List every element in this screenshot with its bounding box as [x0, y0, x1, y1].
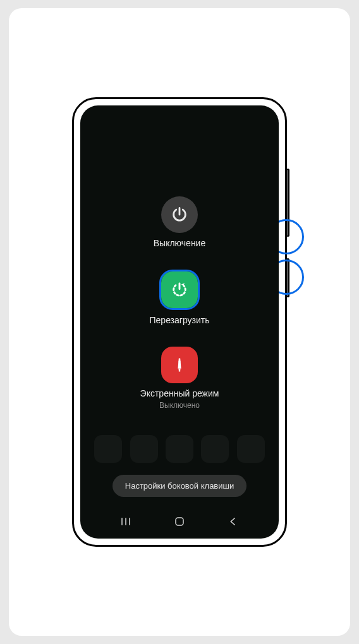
power-off-icon — [161, 196, 198, 233]
side-key-settings-button[interactable]: Настройки боковой клавиши — [113, 475, 246, 497]
restart-icon — [161, 271, 198, 308]
navigation-bar — [80, 510, 279, 539]
card-container: Выключение Перезагрузить — [9, 8, 350, 636]
restart-highlight — [159, 270, 200, 310]
restart-label: Перезагрузить — [150, 315, 210, 325]
recents-button[interactable] — [113, 516, 138, 527]
home-button[interactable] — [167, 516, 192, 527]
power-menu: Выключение Перезагрузить — [80, 105, 279, 475]
emergency-icon — [161, 347, 198, 383]
svg-rect-1 — [179, 368, 181, 370]
background-app-row — [80, 435, 279, 473]
emergency-option[interactable]: Экстренный режим Выключено — [140, 347, 219, 410]
phone-frame: Выключение Перезагрузить — [72, 97, 287, 547]
svg-rect-0 — [179, 361, 181, 367]
emergency-sublabel: Выключено — [159, 401, 200, 410]
power-off-option[interactable]: Выключение — [154, 196, 205, 248]
svg-rect-5 — [176, 518, 183, 525]
power-off-label: Выключение — [154, 238, 205, 248]
restart-option[interactable]: Перезагрузить — [150, 270, 210, 325]
emergency-label: Экстренный режим — [140, 388, 219, 398]
phone-screen: Выключение Перезагрузить — [80, 105, 279, 539]
back-button[interactable] — [221, 516, 246, 527]
